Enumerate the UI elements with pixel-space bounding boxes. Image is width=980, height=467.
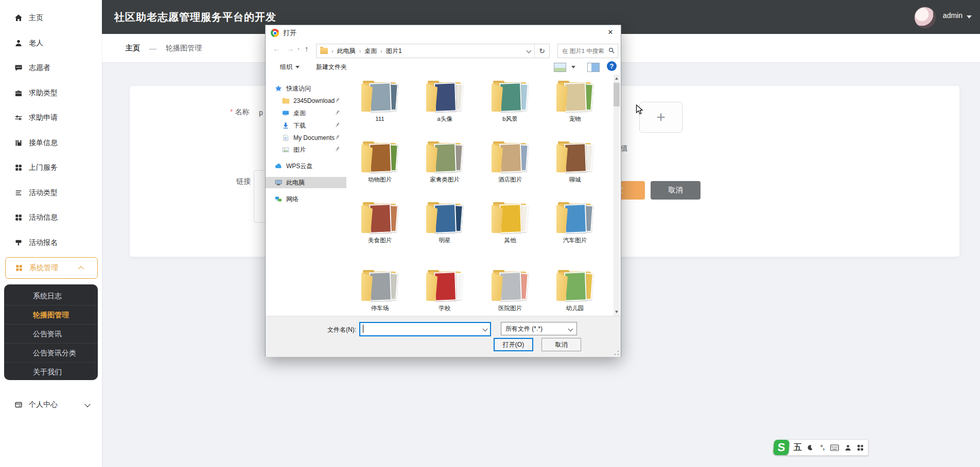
person-icon[interactable]	[845, 444, 851, 451]
nav-downloads[interactable]: 下载	[266, 120, 346, 131]
view-dropdown-caret-icon[interactable]	[571, 66, 575, 68]
crumb-desktop[interactable]: 桌面	[364, 47, 377, 56]
nav-pictures[interactable]: 图片	[266, 144, 346, 155]
help-icon[interactable]: ?	[607, 61, 617, 71]
submenu-about-us[interactable]: 关于我们	[4, 362, 98, 380]
resize-grip[interactable]	[614, 350, 619, 355]
refresh-icon[interactable]: ↻	[534, 44, 549, 58]
breadcrumb-current: 轮播图管理	[166, 44, 202, 53]
upload-button[interactable]: +	[639, 102, 682, 133]
filename-combo[interactable]	[359, 322, 491, 336]
file-folder[interactable]: 医院图片	[478, 270, 542, 316]
preview-pane-icon[interactable]	[587, 63, 600, 72]
new-folder-button[interactable]: 新建文件夹	[316, 63, 347, 71]
user-avatar[interactable]	[914, 7, 936, 28]
punctuation-icon[interactable]: °,	[820, 444, 825, 451]
sidebar-item-home[interactable]: 主页	[0, 6, 102, 30]
sidebar-item-help-requests[interactable]: 求助申请	[0, 105, 102, 130]
breadcrumb-home[interactable]: 主页	[126, 44, 140, 53]
forward-icon[interactable]: →	[286, 44, 294, 53]
file-folder[interactable]: 宠物	[543, 81, 607, 132]
nav-quick-access[interactable]: 快速访问	[266, 83, 346, 94]
nav-wps-cloud[interactable]: WPS云盘	[266, 160, 346, 172]
nav-this-pc[interactable]: 此电脑	[266, 177, 346, 188]
submenu-carousel-management[interactable]: 轮播图管理	[4, 305, 98, 324]
dialog-cancel-button[interactable]: 取消	[541, 338, 581, 351]
sidebar-item-profile[interactable]: 个人中心	[0, 392, 102, 417]
ime-mode-button[interactable]: 五	[794, 442, 802, 453]
pin-icon	[334, 97, 340, 103]
crumb-this-pc[interactable]: 此电脑	[337, 47, 356, 56]
submenu-system-log[interactable]: 系统日志	[4, 286, 98, 305]
submenu-announcements[interactable]: 公告资讯	[4, 324, 98, 343]
sidebar-item-help-types[interactable]: 求助类型	[0, 81, 102, 105]
back-icon[interactable]: ←	[273, 44, 281, 53]
banner-icon	[14, 239, 23, 247]
moon-icon[interactable]	[808, 444, 815, 451]
file-folder[interactable]: 汽车图片	[543, 202, 607, 254]
file-folder[interactable]: 明星	[413, 202, 477, 254]
cancel-button[interactable]: 取消	[651, 181, 701, 200]
search-box[interactable]	[557, 44, 618, 58]
nav-desktop[interactable]: 桌面	[266, 107, 346, 119]
folder-name: 汽车图片	[543, 237, 607, 244]
keyboard-icon[interactable]	[830, 444, 839, 451]
open-button[interactable]: 打开(O)	[494, 338, 533, 351]
address-dropdown-icon[interactable]	[527, 48, 532, 53]
search-icon	[608, 47, 615, 53]
sogou-logo-icon[interactable]: S	[773, 440, 790, 455]
toolbox-grid-icon[interactable]	[857, 444, 864, 451]
nav-my-documents[interactable]: My Documents	[266, 132, 346, 143]
dialog-titlebar[interactable]: 打开	[266, 25, 621, 41]
scroll-up-icon[interactable]	[615, 77, 618, 80]
dialog-footer: 文件名(N): 所有文件 (*.*) 打开(O) 取消	[266, 316, 621, 357]
user-name[interactable]: admin	[943, 11, 962, 20]
folder-name: 宠物	[543, 115, 607, 123]
organize-button[interactable]: 组织	[280, 63, 300, 71]
file-folder[interactable]: 111	[348, 81, 412, 132]
file-folder[interactable]: b风景	[478, 81, 542, 132]
submenu-announcement-categories[interactable]: 公告资讯分类	[4, 343, 98, 362]
sidebar-item-elderly[interactable]: 老人	[0, 31, 102, 56]
sidebar-item-activity-info[interactable]: 活动信息	[0, 205, 102, 230]
file-folder[interactable]: 幼儿园	[543, 270, 607, 316]
file-folder[interactable]: 家禽类图片	[413, 141, 477, 193]
search-input[interactable]	[561, 45, 607, 57]
filename-dropdown-icon[interactable]	[483, 327, 488, 332]
sidebar-item-system-management[interactable]: 系统管理	[5, 257, 98, 279]
file-folder[interactable]: 酒店图片	[478, 141, 542, 193]
user-menu-caret-icon[interactable]	[967, 15, 972, 19]
up-icon[interactable]: ↑	[305, 44, 309, 53]
sidebar-item-order-info[interactable]: 接单信息	[0, 131, 102, 155]
thumbnail-view-icon[interactable]	[554, 63, 566, 72]
scroll-down-icon[interactable]	[615, 311, 618, 313]
crumb-separator: ›	[380, 48, 382, 54]
crumb-pictures1[interactable]: 图片1	[386, 47, 402, 56]
close-icon[interactable]: ✕	[605, 28, 616, 38]
scrollbar-thumb[interactable]	[614, 83, 620, 106]
file-folder[interactable]: 美食图片	[348, 202, 412, 254]
name-field-value[interactable]: p	[259, 109, 263, 117]
address-bar[interactable]: › 此电脑 › 桌面 › 图片1 ↻	[316, 44, 550, 58]
sidebar-item-volunteers[interactable]: 志愿者	[0, 56, 102, 80]
history-caret-icon[interactable]: ▾	[297, 47, 300, 51]
sidebar-item-door-service[interactable]: 上门服务	[0, 155, 102, 180]
file-folder[interactable]: a头像	[413, 81, 477, 132]
file-folder[interactable]: 学校	[413, 270, 477, 316]
star-icon	[275, 85, 282, 92]
nav-network[interactable]: 网络	[266, 193, 346, 205]
file-folder[interactable]: 其他	[478, 202, 542, 254]
folder-thumbnail-icon	[425, 141, 465, 173]
sidebar-item-activity-types[interactable]: 活动类型	[0, 181, 102, 205]
sidebar-item-activity-signup[interactable]: 活动报名	[0, 230, 102, 255]
sidebar: 主页 老人 志愿者 求助类型 求助申请 接单信息 上门服务 活动类型	[0, 0, 102, 467]
nav-2345download[interactable]: 2345Download	[266, 95, 346, 106]
file-folder[interactable]: 聊城	[543, 141, 607, 193]
folder-thumbnail-icon	[490, 270, 530, 302]
ime-toolbar: S 五 °,	[774, 439, 868, 456]
filename-input[interactable]	[362, 324, 478, 334]
filetype-select[interactable]: 所有文件 (*.*)	[501, 322, 577, 335]
file-folder[interactable]: 停车场	[348, 270, 412, 316]
file-folder[interactable]: 动物图片	[348, 141, 412, 193]
file-list-scrollbar[interactable]	[614, 75, 620, 316]
